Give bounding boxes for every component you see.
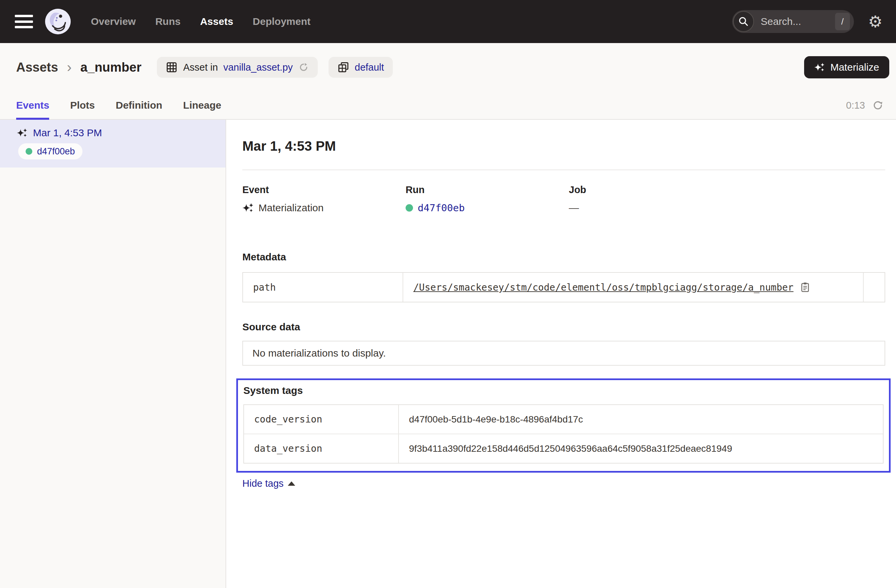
- caret-up-icon: [288, 482, 295, 486]
- event-column: Event Materialization: [242, 184, 405, 214]
- metadata-key: path: [243, 273, 403, 302]
- tab-events[interactable]: Events: [16, 91, 49, 119]
- system-tag-key: code_version: [244, 405, 399, 434]
- repo-badge[interactable]: default: [329, 57, 393, 78]
- search-shortcut-key: /: [835, 13, 850, 30]
- system-tags-highlight-box: System tags code_version d47f00eb-5d1b-4…: [236, 378, 891, 473]
- hide-tags-link[interactable]: Hide tags: [242, 478, 295, 489]
- breadcrumb-assets-link[interactable]: Assets: [16, 60, 58, 75]
- event-column-label: Event: [242, 184, 405, 196]
- job-column-label: Job: [569, 184, 732, 196]
- table-row: code_version d47f00eb-5d1b-4e9e-b18c-489…: [244, 405, 883, 434]
- tab-plots[interactable]: Plots: [70, 91, 94, 119]
- primary-nav: Overview Runs Assets Deployment: [91, 16, 311, 27]
- event-detail-panel: Mar 1, 4:53 PM Event Materialization: [226, 120, 896, 588]
- event-list-sidebar: Mar 1, 4:53 PM d47f00eb: [0, 120, 226, 588]
- repo-copies-icon: [337, 61, 349, 73]
- materialization-sparkle-icon: [17, 128, 27, 138]
- metadata-heading: Metadata: [242, 251, 885, 263]
- metadata-path-link[interactable]: /Users/smackesey/stm/code/elementl/oss/t…: [413, 282, 793, 293]
- source-data-empty-message: No materializations to display.: [242, 341, 885, 366]
- copy-to-clipboard-icon[interactable]: [799, 281, 811, 293]
- asset-definition-badge[interactable]: Asset in vanilla_asset.py: [157, 57, 318, 78]
- asset-grid-icon: [166, 61, 178, 73]
- system-tags-heading: System tags: [243, 385, 884, 396]
- asset-tabs: Events Plots Definition Lineage 0:13: [0, 91, 896, 120]
- tab-definition[interactable]: Definition: [116, 91, 162, 119]
- asset-badge-prefix: Asset in: [183, 62, 218, 73]
- materialize-button[interactable]: Materialize: [804, 56, 889, 78]
- divider: [242, 170, 885, 170]
- table-row: path /Users/smackesey/stm/code/elementl/…: [243, 273, 885, 302]
- search-input[interactable]: [761, 16, 835, 27]
- event-run-tag[interactable]: d47f00eb: [18, 143, 82, 160]
- table-row: data_version 9f3b411a390fd22e158d446d5d1…: [244, 434, 883, 463]
- tab-lineage[interactable]: Lineage: [183, 91, 221, 119]
- repo-default-link[interactable]: default: [355, 62, 384, 73]
- run-success-dot: [405, 204, 413, 211]
- refresh-icon[interactable]: [872, 99, 884, 111]
- reload-code-location-icon[interactable]: [298, 62, 309, 73]
- materialization-sparkle-icon: [242, 202, 254, 214]
- sparkle-icon: [814, 62, 825, 73]
- event-timestamp-link[interactable]: Mar 1, 4:53 PM: [33, 127, 102, 138]
- refresh-countdown: 0:13: [846, 100, 865, 111]
- run-success-dot: [26, 148, 32, 155]
- job-column: Job —: [569, 184, 732, 214]
- breadcrumb-chevron-icon: ›: [67, 60, 72, 74]
- nav-overview[interactable]: Overview: [91, 16, 136, 27]
- run-id-link[interactable]: d47f00eb: [418, 202, 465, 214]
- job-empty-value: —: [569, 202, 579, 214]
- asset-file-link[interactable]: vanilla_asset.py: [223, 62, 293, 73]
- source-data-heading: Source data: [242, 321, 885, 333]
- settings-gear-icon[interactable]: ⚙: [868, 14, 882, 30]
- event-type-value: Materialization: [259, 202, 323, 214]
- system-tag-key: data_version: [244, 434, 399, 463]
- event-detail-title: Mar 1, 4:53 PM: [242, 138, 885, 154]
- nav-runs[interactable]: Runs: [155, 16, 180, 27]
- dagster-logo[interactable]: [45, 9, 71, 34]
- system-tag-value: 9f3b411a390fd22e158d446d5d12504963596aa6…: [409, 444, 732, 454]
- event-run-id: d47f00eb: [37, 146, 75, 157]
- asset-header: Assets › a_number Asset in vanilla_asset…: [0, 43, 896, 91]
- materialize-label: Materialize: [830, 62, 879, 73]
- search-icon: [733, 11, 754, 32]
- nav-deployment[interactable]: Deployment: [253, 16, 311, 27]
- event-list-item-selected[interactable]: Mar 1, 4:53 PM d47f00eb: [0, 120, 226, 167]
- system-tag-value: d47f00eb-5d1b-4e9e-b18c-4896af4bd17c: [409, 414, 583, 425]
- nav-assets[interactable]: Assets: [200, 16, 233, 27]
- metadata-row-action-cell: [863, 273, 885, 302]
- system-tags-table: code_version d47f00eb-5d1b-4e9e-b18c-489…: [243, 404, 884, 463]
- search-box[interactable]: /: [732, 10, 854, 33]
- breadcrumb-asset-name: a_number: [81, 60, 142, 75]
- run-column-label: Run: [405, 184, 569, 196]
- hamburger-menu-icon[interactable]: [15, 15, 33, 28]
- hide-tags-label: Hide tags: [242, 478, 284, 489]
- run-column: Run d47f00eb: [405, 184, 569, 214]
- top-nav: Overview Runs Assets Deployment / ⚙: [0, 0, 896, 43]
- metadata-table: path /Users/smackesey/stm/code/elementl/…: [242, 272, 885, 302]
